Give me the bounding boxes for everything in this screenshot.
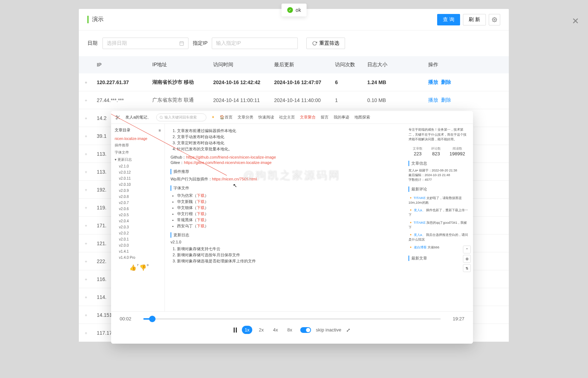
nav-item[interactable]: 地图探索 — [354, 115, 370, 120]
toc-subitem[interactable]: v2.0.5 — [115, 212, 161, 218]
speed-button[interactable]: 2x — [256, 326, 267, 334]
toc-subitem[interactable]: v2.0.0 — [115, 242, 161, 248]
nav-item[interactable]: 文章聚合 — [300, 115, 316, 120]
list-item: 常规黑体（下载） — [177, 217, 399, 223]
float-more-button[interactable]: ⇅ — [463, 264, 471, 272]
toc-subitem[interactable]: v2.0.1 — [115, 236, 161, 242]
float-settings-button[interactable]: ⚙ — [463, 255, 471, 263]
delete-link[interactable]: 删除 — [441, 79, 451, 85]
toc-item[interactable]: 插件推荐 — [115, 142, 161, 149]
expand-icon[interactable]: + — [83, 223, 89, 228]
replay-sidebar: 专注于前端的咸鱼！业务第一，技术第二，关键不在于什么技术，而在于这个技术能不能解… — [405, 124, 473, 311]
toc-item[interactable]: ▾ 更新日志 — [115, 156, 161, 163]
nav-item[interactable]: 我的事迹 — [334, 115, 349, 120]
nav-item[interactable]: 快速阅读 — [258, 115, 274, 120]
scroll-top-button[interactable]: ⌃ — [463, 246, 471, 253]
progress-bar[interactable] — [143, 318, 441, 320]
expand-icon[interactable]: + — [83, 241, 89, 246]
th-action: 操作 — [428, 62, 471, 68]
toc-subitem[interactable]: v2.0.8 — [115, 194, 161, 200]
toc-subitem[interactable]: v2.0.4 — [115, 218, 161, 224]
check-icon: ✓ — [287, 7, 293, 13]
comment-user[interactable]: TITAIKE — [413, 221, 425, 224]
thumbs-down-button[interactable]: 👎0 — [139, 264, 147, 271]
play-link[interactable]: 播放 — [428, 79, 438, 85]
comment-user[interactable]: 老白博客 — [414, 246, 427, 249]
play-link[interactable]: 播放 — [428, 97, 438, 103]
nav-item[interactable]: 🏠首页 — [220, 115, 233, 120]
download-link[interactable]: 下载 — [197, 224, 205, 228]
speed-button[interactable]: 4x — [270, 326, 281, 334]
th-visit-time: 访问时间 — [213, 62, 274, 68]
list-item: 华文行楷（下载） — [177, 211, 399, 217]
search-icon — [159, 116, 163, 119]
toc-subitem[interactable]: v2.0.3 — [115, 224, 161, 230]
expand-icon[interactable]: + — [83, 134, 89, 139]
cell-ip: 27.44.***.*** — [93, 97, 152, 103]
download-link[interactable]: 下载 — [197, 193, 205, 198]
total-time: 19:27 — [446, 316, 464, 321]
toc-subitem[interactable]: v2.0.2 — [115, 230, 161, 236]
speed-button[interactable]: 8x — [285, 326, 295, 334]
nav-item[interactable]: 留言 — [321, 115, 329, 120]
nav-item[interactable]: 社交主页 — [279, 115, 295, 120]
filter-row: 日期 选择日期 指定IP 输入指定IP 重置筛选 — [79, 30, 509, 56]
query-button[interactable]: 查 询 — [437, 14, 460, 25]
comment-user[interactable]: 友人a、 — [414, 208, 425, 212]
star-icon: ✦ — [211, 115, 215, 120]
comment-user[interactable]: TITAIKE — [413, 196, 425, 200]
expand-icon[interactable]: + — [83, 152, 89, 157]
thumbs-up-button[interactable]: 👍7 — [129, 264, 137, 271]
cell-ip: 120.227.61.37 — [93, 79, 152, 85]
pause-button[interactable] — [234, 328, 237, 333]
cell-log-size: 1.24 MB — [367, 79, 428, 85]
download-link[interactable]: 下载 — [197, 212, 205, 216]
expand-icon[interactable]: + — [83, 277, 89, 282]
close-button[interactable]: ✕ — [572, 16, 579, 26]
expand-icon[interactable]: + — [83, 295, 89, 300]
github-link[interactable]: https://github.com/friend-nicen/nicen-lo… — [186, 155, 276, 159]
speed-button[interactable]: 1x — [242, 326, 253, 334]
toc-subitem[interactable]: v2.0.6 — [115, 206, 161, 212]
expand-icon[interactable]: + — [83, 98, 89, 103]
download-link[interactable]: 下载 — [197, 218, 205, 222]
date-input[interactable]: 选择日期 — [102, 38, 188, 49]
menu-icon[interactable]: ≡ — [159, 128, 161, 132]
replay-search-input[interactable]: 输入关键词回车搜索 — [156, 113, 206, 121]
expand-icon[interactable]: + — [83, 205, 89, 210]
toc-subitem[interactable]: v2.0.12 — [115, 169, 161, 175]
expand-icon[interactable]: + — [83, 331, 89, 336]
delete-link[interactable]: 删除 — [441, 97, 451, 103]
svg-point-10 — [160, 116, 162, 118]
toc-subitem[interactable]: v2.0.11 — [115, 175, 161, 181]
table-row: + 27.44.***.*** 广东省东莞市 联通 2024-10-14 11:… — [79, 91, 509, 109]
expand-icon[interactable]: + — [83, 170, 89, 175]
nav-item[interactable]: 文章分类 — [238, 115, 253, 120]
list-item: 新增对象存储可选按年月日保存文件 — [177, 252, 399, 258]
comment-user[interactable]: 友人a、 — [414, 233, 425, 237]
expand-icon[interactable]: + — [83, 116, 89, 121]
fullscreen-button[interactable]: ⤢ — [346, 327, 350, 333]
toc-subitem[interactable]: v2.0.7 — [115, 200, 161, 206]
settings-button[interactable] — [489, 14, 500, 25]
skip-label: skip inactive — [316, 327, 341, 333]
ip-input[interactable]: 输入指定IP — [212, 38, 298, 49]
toc-subitem[interactable]: v1.4.1 — [115, 248, 161, 255]
toc-subitem[interactable]: v2.0.9 — [115, 188, 161, 194]
toc-subitem[interactable]: v2.0.10 — [115, 181, 161, 188]
expand-icon[interactable]: + — [83, 259, 89, 264]
refresh-button[interactable]: 刷 新 — [463, 14, 486, 25]
toc-item[interactable]: 字体文件 — [115, 149, 161, 156]
progress-thumb[interactable] — [149, 316, 156, 322]
toc-subitem[interactable]: v1.4.0 Pro — [115, 255, 161, 261]
download-link[interactable]: 下载 — [197, 199, 205, 204]
download-link[interactable]: 下载 — [197, 205, 205, 210]
expand-icon[interactable]: + — [83, 313, 89, 318]
expand-icon[interactable]: + — [83, 188, 89, 193]
toc-subitem[interactable]: v2.1.0 — [115, 163, 161, 169]
expand-icon[interactable]: + — [83, 80, 89, 85]
plugin-link[interactable]: https://nicen.cn/7565.html — [212, 177, 257, 181]
skip-inactive-toggle[interactable] — [300, 327, 311, 333]
reset-button[interactable]: 重置筛选 — [306, 38, 345, 49]
gitee-link[interactable]: https://gitee.com/friend-nicen/nicen-loc… — [184, 160, 272, 165]
